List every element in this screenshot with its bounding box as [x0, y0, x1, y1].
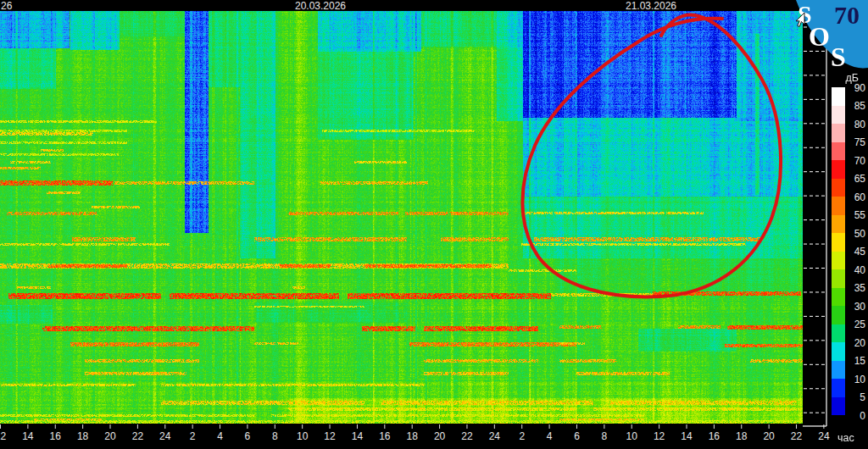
spectrogram-heatmap[interactable]	[0, 11, 803, 424]
db-scale-value: 25	[837, 319, 865, 330]
logo-letter-s2: S	[831, 42, 846, 72]
hour-tick-label: 16	[709, 431, 720, 441]
hour-tick-label: 14	[681, 431, 692, 441]
hour-tick-label: 18	[77, 431, 88, 441]
hour-tick-label: 20	[104, 431, 115, 441]
hour-tick-label: 22	[791, 431, 802, 441]
sos-70-logo: S O S 70	[796, 0, 868, 72]
hour-tick-label: 18	[407, 431, 418, 441]
db-scale-value: 60	[837, 192, 865, 202]
spectrogram-app-window: 26 20.03.2026 21.03.2026 908580757065605…	[0, 0, 868, 449]
hour-tick-label: 24	[489, 431, 500, 441]
hour-tick-label: 16	[379, 431, 390, 441]
db-scale-value: 75	[837, 137, 865, 147]
hour-tick-label: 14	[22, 431, 33, 441]
hour-tick-label: 8	[602, 431, 608, 441]
hour-tick-label: 22	[461, 431, 472, 441]
db-scale-value: 35	[837, 283, 865, 293]
hour-unit-label: час	[837, 432, 854, 444]
db-scale-value: 80	[837, 119, 865, 130]
logo-letter-o: O	[809, 21, 830, 52]
hour-tick-marks	[1, 424, 824, 429]
top-date-1: 20.03.2026	[295, 1, 346, 11]
db-scale-value: 5	[837, 392, 865, 402]
hour-tick-label: 12	[324, 431, 335, 441]
db-scale-value: 70	[837, 156, 865, 166]
hour-tick-label: 14	[352, 431, 363, 441]
plot-border	[803, 11, 826, 426]
db-scale-value: 40	[837, 265, 865, 275]
hour-tick-label: 22	[132, 431, 143, 441]
db-scale-value: 85	[837, 101, 865, 111]
top-date-fragment: 26	[1, 1, 12, 11]
logo-background-shape	[796, 0, 868, 68]
hour-tick-label: 20	[763, 431, 774, 441]
hour-tick-label: 10	[297, 431, 308, 441]
hour-tick-label: 20	[434, 431, 445, 441]
db-scale-value: 50	[837, 229, 865, 239]
logo-number-70: 70	[834, 1, 860, 29]
db-scale-value: 0	[837, 411, 865, 421]
hour-tick-label: 24	[159, 431, 170, 441]
hour-tick-label: 2	[190, 431, 196, 441]
hour-tick-label: 6	[574, 431, 580, 441]
db-scale-value: 10	[837, 374, 865, 385]
db-scale-value: 55	[837, 210, 865, 220]
db-scale-value: 15	[837, 356, 865, 366]
hour-tick-label: 12	[0, 431, 6, 441]
hour-tick-label: 18	[736, 431, 747, 441]
hour-tick-label: 2	[519, 431, 525, 441]
frequency-gridlines	[804, 27, 826, 413]
top-date-2: 21.03.2026	[626, 1, 676, 11]
hour-tick-label: 4	[547, 431, 553, 441]
hour-tick-label: 8	[272, 431, 278, 441]
hour-tick-label: 4	[217, 431, 223, 441]
hour-tick-label: 12	[654, 431, 665, 441]
hour-tick-label: 6	[245, 431, 251, 441]
hour-tick-label: 24	[818, 431, 829, 441]
hour-tick-label: 10	[626, 431, 637, 441]
db-scale-value: 20	[837, 338, 865, 348]
db-scale-value: 45	[837, 247, 865, 257]
hour-tick-label: 16	[50, 431, 61, 441]
db-scale-value: 90	[837, 83, 865, 93]
db-scale-value: 30	[837, 302, 865, 312]
db-scale-value: 65	[837, 174, 865, 184]
